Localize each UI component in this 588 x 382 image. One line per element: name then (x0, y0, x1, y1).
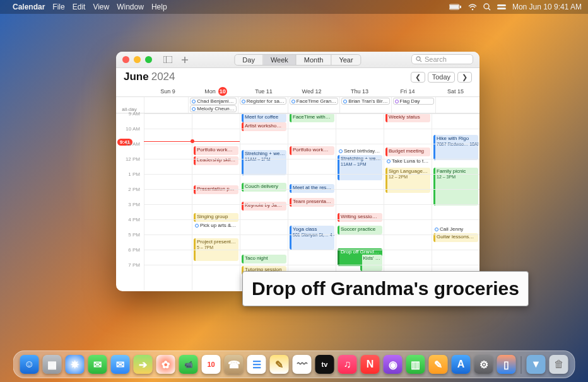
calendar-window: Day Week Month Year Search June 2024 ❮ T… (116, 52, 479, 291)
allday-event[interactable]: Brian Tran's Bir… (341, 98, 389, 105)
wifi-icon[interactable] (468, 4, 477, 11)
svg-line-5 (488, 8, 490, 10)
view-month[interactable]: Month (297, 55, 332, 65)
calendar-event[interactable]: Couch delivery (242, 183, 286, 192)
calendar-event[interactable]: Kids' movie night (360, 255, 383, 271)
day-header: Sun 9 (144, 86, 192, 96)
titlebar[interactable]: Day Week Month Year Search (116, 52, 479, 68)
dock-contacts[interactable]: ☎ (225, 355, 244, 374)
dock-finder[interactable]: ☺ (20, 355, 39, 374)
allday-event[interactable]: Melody Cheun… (190, 105, 237, 112)
menu-window[interactable]: Window (117, 3, 144, 11)
spotlight-icon[interactable] (483, 3, 491, 11)
dock-pages[interactable]: ✎ (429, 355, 448, 374)
calendar-event[interactable]: Soccer practice (338, 226, 382, 234)
menubar-clock[interactable]: Mon Jun 10 9:41 AM (512, 3, 582, 11)
dock-reminders[interactable]: ☰ (247, 355, 266, 374)
svg-rect-1 (450, 5, 459, 9)
today-button[interactable]: Today (428, 72, 455, 83)
dock-maps[interactable]: ➔ (134, 355, 153, 374)
menu-view[interactable]: View (93, 3, 109, 11)
calendar-event[interactable]: FaceTime with… (290, 113, 334, 122)
hour-label: 3 PM (128, 202, 140, 207)
calendar-grid: Sun 9 Mon10 Tue 11 Wed 12 Thu 13 Fri 14 … (116, 86, 479, 291)
calendar-event[interactable]: Artist worksho… (242, 122, 286, 131)
calendar-event[interactable]: Singing group (194, 213, 238, 222)
menu-edit[interactable]: Edit (73, 3, 86, 11)
dock-news[interactable]: N (361, 355, 380, 374)
svg-rect-2 (460, 6, 461, 8)
search-placeholder: Search (425, 55, 447, 63)
calendars-sidebar-icon[interactable] (163, 56, 172, 64)
dock-trash[interactable]: 🗑 (550, 355, 568, 374)
calendar-event[interactable]: Stretching + weights11AM – 1PM (242, 150, 286, 175)
calendar-event[interactable]: Writing sessio… (338, 213, 382, 222)
today-indicator: 10 (218, 87, 227, 96)
allday-event[interactable]: Register for sa… (240, 98, 286, 105)
day-header: Wed 12 (288, 86, 336, 96)
dock-numbers[interactable]: ▥ (406, 355, 425, 374)
calendar-event[interactable]: Portfolio work… (194, 146, 238, 155)
dock-appstore[interactable]: A (452, 355, 471, 374)
calendar-event[interactable]: Portfolio work… (290, 146, 334, 155)
calendar-event[interactable]: Call Jenny (433, 226, 478, 233)
window-close-button[interactable] (122, 56, 129, 63)
dock-launchpad[interactable]: ▦ (43, 355, 62, 374)
menu-help[interactable]: Help (151, 3, 167, 11)
prev-week-button[interactable]: ❮ (411, 72, 425, 83)
event-tooltip: Drop off Grandma's groceries (242, 271, 529, 306)
view-year[interactable]: Year (331, 55, 360, 65)
dock-notes[interactable]: ✎ (270, 355, 289, 374)
next-week-button[interactable]: ❯ (457, 72, 472, 83)
dock-messages[interactable]: ✉ (88, 355, 107, 374)
add-event-icon[interactable] (181, 56, 189, 64)
control-center-icon[interactable] (497, 4, 506, 10)
time-area[interactable]: 9:41 9 AM10 AM11 AM12 PM1 PM2 PM3 PM4 PM… (116, 113, 479, 290)
hour-label: 1 PM (128, 171, 140, 177)
menu-file[interactable]: File (52, 3, 64, 11)
window-zoom-button[interactable] (145, 56, 152, 63)
dock-separator (521, 356, 522, 374)
dock-mail[interactable]: ✉ (111, 355, 130, 374)
calendar-event[interactable]: Meet at the res… (290, 184, 334, 193)
dock-iphone-mirror[interactable]: ▯ (497, 355, 516, 374)
calendar-event[interactable]: Leadership skil… (194, 156, 238, 165)
dock-facetime[interactable]: 📹 (179, 355, 198, 374)
dock-tv[interactable]: tv (315, 355, 334, 374)
menubar-app-name[interactable]: Calendar (13, 3, 45, 11)
dock-music[interactable]: ♫ (338, 355, 357, 374)
allday-event[interactable]: FaceTime Gran… (290, 98, 338, 105)
hour-label: 4 PM (128, 217, 140, 223)
calendar-event[interactable]: Family picnic12 – 3PM (433, 168, 478, 205)
dock-downloads[interactable]: ▼ (527, 355, 546, 374)
window-minimize-button[interactable] (134, 56, 141, 63)
dock-photos[interactable]: ✿ (156, 355, 175, 374)
dock-settings[interactable]: ⚙ (474, 355, 493, 374)
view-week[interactable]: Week (263, 55, 297, 65)
battery-icon[interactable] (449, 4, 462, 10)
allday-event[interactable]: Chad Benjami… (190, 98, 237, 105)
calendar-event[interactable]: Meet for coffee (242, 113, 286, 122)
calendar-event[interactable]: Presentation p… (194, 185, 238, 194)
svg-point-3 (472, 8, 474, 10)
dock-safari[interactable]: ✵ (66, 355, 85, 374)
dock-podcasts[interactable]: ◉ (384, 355, 403, 374)
calendar-event[interactable]: Budget meeting (385, 148, 430, 156)
calendar-event[interactable]: Taco night (242, 255, 286, 263)
calendar-event[interactable]: Pick up arts & … (194, 222, 238, 229)
calendar-event[interactable]: Send birthday… (338, 148, 382, 155)
dock-calendar[interactable]: 10 (202, 355, 221, 374)
hour-label: 10 AM (126, 126, 140, 132)
view-day[interactable]: Day (235, 55, 263, 65)
allday-event[interactable]: Flag Day (393, 98, 434, 105)
calendar-event[interactable]: Keynote by Ja… (242, 202, 286, 211)
calendar-event[interactable]: Weekly status (385, 113, 430, 122)
svg-rect-6 (497, 4, 506, 6)
search-input[interactable]: Search (411, 54, 473, 64)
calendar-event[interactable]: Yoga class501 Stanyan St,… 4 – 5:30PM (290, 226, 334, 250)
calendar-event[interactable]: Hike with Rigo7867 Redwoo… 10AM – 12PM (433, 135, 478, 160)
calendar-event[interactable]: Team presenta… (290, 198, 334, 207)
view-segmented-control: Day Week Month Year (234, 54, 361, 66)
dock-freeform[interactable]: 〰 (293, 355, 312, 374)
hour-label: 2 PM (128, 187, 140, 192)
